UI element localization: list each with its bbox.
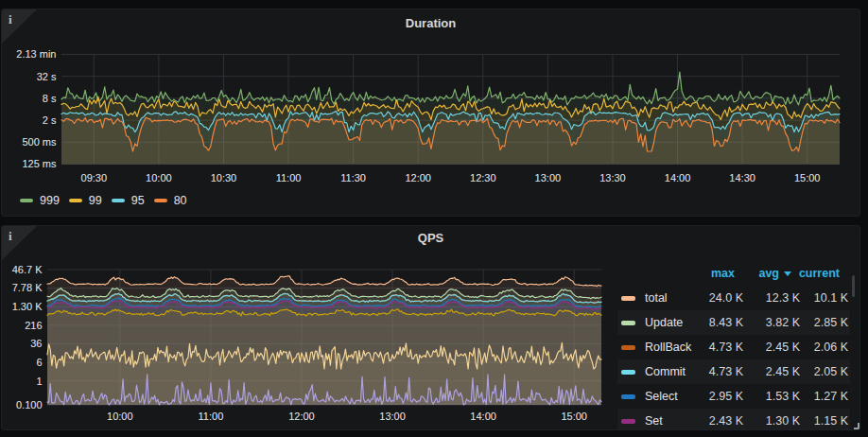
legend-scrollbar-thumb[interactable]	[852, 275, 855, 297]
x-tick-label: 11:00	[199, 411, 224, 422]
y-tick-label: 2.13 min	[16, 48, 56, 60]
x-tick-label: 15:00	[794, 172, 821, 184]
legend-current-value: 1.15 K	[782, 409, 848, 430]
x-tick-label: 12:00	[288, 411, 315, 422]
x-tick-label: 14:00	[665, 172, 691, 184]
y-tick-label: 125 ms	[22, 158, 57, 169]
legend-series-name[interactable]: Set	[645, 409, 663, 430]
legend-row-total[interactable]: total24.0 K12.3 K10.1 K	[617, 286, 850, 310]
x-tick-label: 14:00	[470, 411, 496, 422]
legend-label: 80	[174, 194, 187, 207]
x-tick-label: 13:00	[379, 411, 406, 422]
x-tick-label: 14:30	[729, 172, 755, 184]
series-color-dash	[69, 199, 82, 202]
x-tick-label: 13:30	[599, 172, 626, 184]
x-tick-label: 12:00	[405, 172, 431, 184]
y-tick-label: 36	[30, 338, 42, 349]
legend-row-Select[interactable]: Select2.95 K1.53 K1.27 K	[617, 384, 850, 409]
x-tick-label: 11:30	[340, 172, 366, 184]
duration-panel: i Duration 09:3010:0010:3011:0011:3012:0…	[1, 9, 860, 217]
series-color-dash	[20, 199, 33, 202]
series-color-dash	[154, 199, 167, 202]
series-group	[47, 276, 601, 405]
legend-column-current[interactable]: current	[782, 264, 848, 283]
x-tick-label: 12:30	[470, 172, 496, 184]
legend-row-Update[interactable]: Update8.43 K3.82 K2.85 K	[617, 310, 850, 335]
legend-current-value: 2.06 K	[782, 335, 848, 359]
series-color-dash	[621, 370, 635, 375]
y-tick-label: 216	[25, 320, 42, 331]
x-tick-label: 10:00	[107, 411, 133, 422]
y-tick-label: 1.30 K	[12, 301, 43, 312]
legend-row-Commit[interactable]: Commit4.73 K2.45 K2.05 K	[617, 359, 850, 384]
y-tick-label: 8 s	[43, 93, 57, 104]
legend-series-name[interactable]: Select	[645, 384, 678, 409]
qps-legend-header: max avg current	[617, 264, 850, 283]
series-color-dash	[621, 394, 635, 399]
legend-label: 95	[131, 194, 145, 207]
legend-item-95[interactable]: 95	[112, 194, 145, 207]
y-tick-label: 7.78 K	[12, 282, 43, 293]
x-tick-label: 13:00	[535, 172, 562, 184]
legend-label: 999	[40, 194, 60, 207]
legend-item-80[interactable]: 80	[154, 194, 187, 207]
legend-current-value: 2.85 K	[782, 310, 848, 335]
y-tick-label: 0.100	[16, 399, 43, 411]
series-color-dash	[621, 321, 635, 325]
x-tick-label: 15:00	[561, 411, 587, 422]
legend-current-value: 1.27 K	[782, 384, 848, 409]
y-tick-label: 6	[36, 357, 42, 368]
duration-legend: 999999580	[20, 193, 197, 208]
x-tick-label: 10:00	[146, 172, 172, 184]
legend-label: 99	[89, 194, 102, 207]
x-tick-label: 11:00	[276, 172, 302, 184]
panel-resize-handle[interactable]	[854, 423, 859, 429]
legend-item-99[interactable]: 99	[69, 194, 102, 207]
legend-item-999[interactable]: 999	[20, 194, 60, 207]
series-color-dash	[112, 199, 125, 202]
y-tick-label: 32 s	[37, 71, 57, 82]
series-group	[61, 72, 840, 164]
legend-series-name[interactable]: total	[645, 286, 668, 310]
series-color-dash	[621, 419, 635, 424]
series-color-dash	[621, 345, 635, 350]
x-tick-label: 10:30	[211, 172, 237, 184]
y-tick-label: 500 ms	[22, 136, 57, 148]
legend-current-value: 2.05 K	[782, 359, 848, 384]
legend-row-Set[interactable]: Set2.43 K1.30 K1.15 K	[617, 409, 850, 430]
grafana-dashboard: {"dashboard": {"background": "#0b0c0e", …	[0, 0, 868, 437]
legend-row-RollBack[interactable]: RollBack4.73 K2.45 K2.06 K	[617, 335, 850, 359]
duration-graph[interactable]: 09:3010:0010:3011:0011:3012:0012:3013:00…	[2, 9, 858, 216]
x-tick-label: 09:30	[81, 172, 108, 184]
legend-current-value: 10.1 K	[782, 286, 848, 310]
y-tick-label: 46.7 K	[12, 264, 43, 275]
y-tick-label: 1	[36, 376, 42, 387]
qps-panel: i QPS 10:0011:0012:0013:0014:0015:0046.7…	[1, 225, 860, 430]
y-tick-label: 2 s	[43, 114, 57, 126]
series-color-dash	[621, 296, 635, 301]
